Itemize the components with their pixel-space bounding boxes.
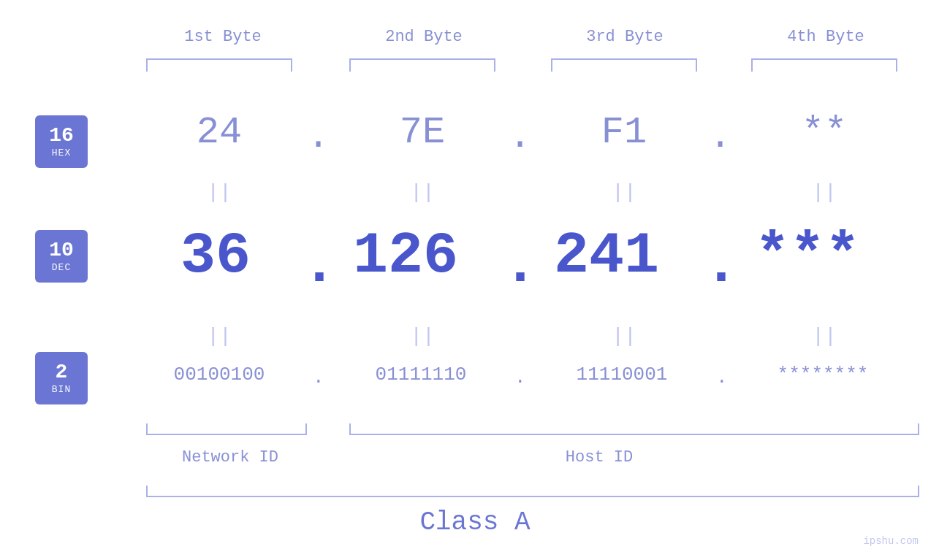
- dec-val-1: 36: [142, 223, 289, 289]
- bin-val-1: 00100100: [139, 364, 300, 386]
- dec-val-4: ***: [734, 223, 881, 289]
- dot-hex-2: .: [509, 115, 531, 158]
- dec-badge-label: DEC: [52, 262, 71, 273]
- top-bracket-col2: [349, 58, 495, 72]
- equals-db-3: ||: [551, 325, 697, 348]
- top-bracket-col3: [551, 58, 697, 72]
- hex-badge-label: HEX: [52, 147, 71, 158]
- bin-badge-label: BIN: [52, 384, 71, 395]
- class-a-label: Class A: [365, 507, 585, 537]
- hex-val-4: **: [751, 111, 897, 154]
- top-bracket-col1: [146, 58, 292, 72]
- equals-db-2: ||: [349, 325, 495, 348]
- hex-val-2: 7E: [349, 111, 495, 154]
- dot-bin-1: .: [313, 367, 324, 388]
- network-id-label: Network ID: [172, 448, 289, 467]
- dot-hex-3: .: [709, 115, 731, 158]
- host-id-label: Host ID: [526, 448, 672, 467]
- bin-badge: 2 BIN: [35, 352, 88, 404]
- col3-header: 3rd Byte: [526, 28, 723, 46]
- dot-hex-1: .: [307, 115, 330, 158]
- equals-hd-2: ||: [349, 181, 495, 204]
- equals-db-4: ||: [751, 325, 897, 348]
- bin-val-2: 01111110: [341, 364, 501, 386]
- dot-dec-3: .: [704, 232, 739, 299]
- equals-hd-1: ||: [146, 181, 292, 204]
- dot-dec-2: .: [503, 232, 538, 299]
- bin-val-3: 11110001: [541, 364, 702, 386]
- hex-val-1: 24: [146, 111, 292, 154]
- bin-val-4: ********: [742, 364, 903, 386]
- equals-hd-3: ||: [551, 181, 697, 204]
- main-container: 16 HEX 10 DEC 2 BIN 1st Byte 2nd Byte 3r…: [0, 0, 939, 560]
- bottom-bracket-host: [349, 423, 919, 435]
- dec-badge: 10 DEC: [35, 230, 88, 283]
- bin-badge-num: 2: [56, 361, 68, 384]
- dec-val-2: 126: [332, 223, 479, 289]
- dot-bin-2: .: [514, 367, 526, 388]
- col2-header: 2nd Byte: [325, 28, 522, 46]
- dot-bin-3: .: [716, 367, 728, 388]
- col4-header: 4th Byte: [727, 28, 924, 46]
- top-bracket-col4: [751, 58, 897, 72]
- equals-hd-4: ||: [751, 181, 897, 204]
- dec-val-3: 241: [533, 223, 680, 289]
- col1-header: 1st Byte: [124, 28, 322, 46]
- equals-db-1: ||: [146, 325, 292, 348]
- dec-badge-num: 10: [49, 239, 74, 262]
- hex-val-3: F1: [551, 111, 697, 154]
- hex-badge: 16 HEX: [35, 115, 88, 168]
- dot-dec-1: .: [302, 232, 337, 299]
- watermark: ipshu.com: [863, 535, 919, 547]
- hex-badge-num: 16: [49, 125, 74, 147]
- bottom-bracket-network: [146, 423, 307, 435]
- bottom-wide-bracket: [146, 486, 919, 497]
